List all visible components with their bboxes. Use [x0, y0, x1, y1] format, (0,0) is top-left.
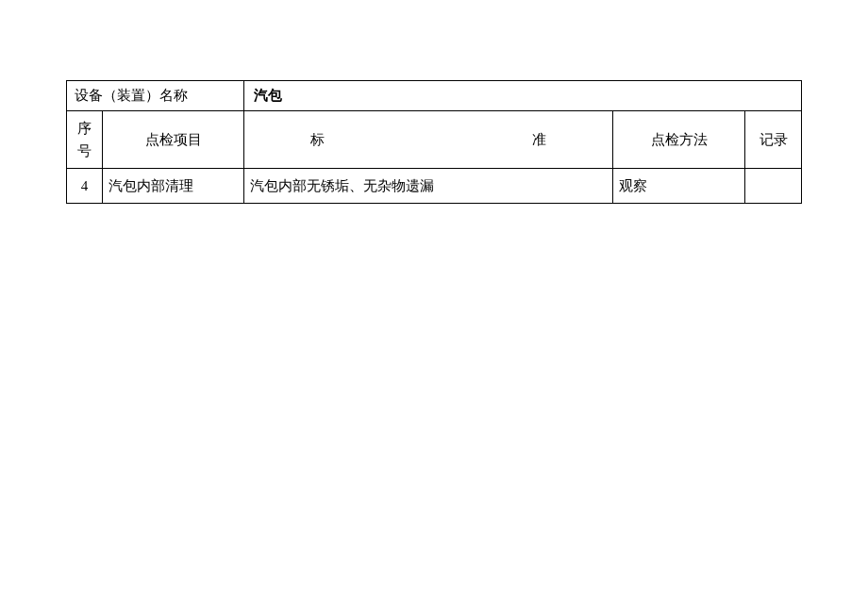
- header-seq: 序号: [67, 111, 103, 169]
- header-record: 记录: [745, 111, 802, 169]
- cell-item: 汽包内部清理: [103, 169, 244, 204]
- device-name-cell: 汽包: [244, 81, 802, 111]
- device-row: 设备（装置）名称 汽包: [67, 81, 802, 111]
- header-method: 点检方法: [613, 111, 745, 169]
- header-row: 序号 点检项目 标 准 点检方法 记录: [67, 111, 802, 169]
- table-row: 4 汽包内部清理 汽包内部无锈垢、无杂物遗漏 观察: [67, 169, 802, 204]
- header-item: 点检项目: [103, 111, 244, 169]
- cell-seq: 4: [67, 169, 103, 204]
- cell-record: [745, 169, 802, 204]
- device-label-cell: 设备（装置）名称: [67, 81, 244, 111]
- cell-method: 观察: [613, 169, 745, 204]
- cell-standard: 汽包内部无锈垢、无杂物遗漏: [244, 169, 613, 204]
- inspection-table: 设备（装置）名称 汽包 序号 点检项目 标 准 点检方法 记录 4 汽包内部清理…: [66, 80, 802, 204]
- header-standard: 标 准: [244, 111, 613, 169]
